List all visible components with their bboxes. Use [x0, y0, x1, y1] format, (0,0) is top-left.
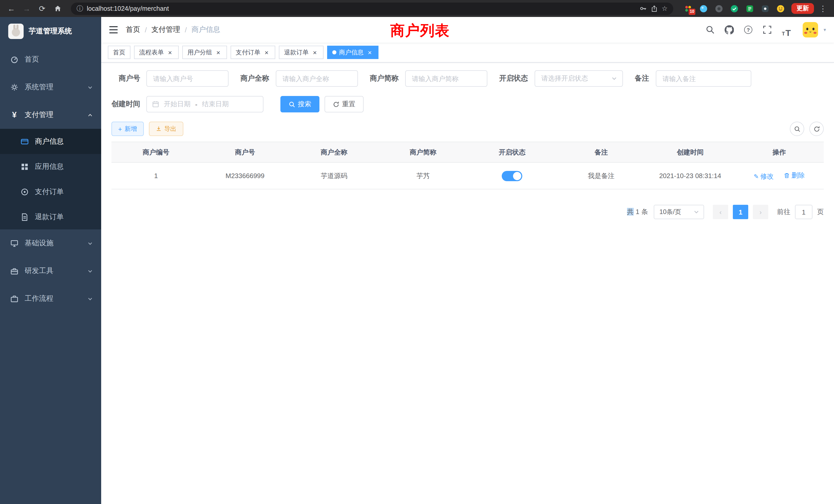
sidebar-item-pay-order[interactable]: 支付订单: [0, 179, 101, 204]
user-avatar[interactable]: [803, 22, 818, 38]
reset-button-label: 重置: [342, 99, 355, 109]
short-name-label: 商户简称: [370, 74, 398, 83]
select-placeholder: 请选择开启状态: [541, 74, 611, 83]
search-icon[interactable]: [703, 22, 718, 38]
github-icon[interactable]: [722, 22, 737, 38]
close-icon[interactable]: ×: [167, 49, 174, 56]
tab-user-group[interactable]: 用户分组 ×: [182, 46, 227, 59]
extension-green-circle-icon[interactable]: [730, 4, 739, 13]
tab-process-form[interactable]: 流程表单 ×: [134, 46, 179, 59]
bookmark-star-icon[interactable]: ☆: [662, 5, 667, 12]
refresh-button[interactable]: [809, 122, 824, 136]
sidebar-item-system[interactable]: 系统管理: [0, 73, 101, 101]
hamburger-icon[interactable]: [101, 17, 126, 43]
gear-icon: [10, 83, 19, 91]
close-icon[interactable]: ×: [263, 49, 270, 56]
extension-book-icon[interactable]: [745, 4, 754, 13]
cell-merchant-no: M233666999: [200, 162, 290, 189]
address-bar[interactable]: ⓘ localhost:1024/pay/merchant ☆: [71, 2, 673, 15]
tab-refund-order[interactable]: 退款订单 ×: [279, 46, 324, 59]
reset-button[interactable]: 重置: [325, 96, 364, 112]
browser-reload-icon[interactable]: ⟳: [36, 2, 48, 15]
tab-bar: 首页 流程表单 × 用户分组 × 支付订单 × 退款订单 ×: [101, 43, 834, 63]
delete-link[interactable]: 删除: [784, 171, 805, 180]
browser-home-icon[interactable]: [51, 2, 64, 15]
extension-face-icon[interactable]: [776, 4, 785, 13]
toggle-search-button[interactable]: [790, 122, 804, 136]
status-toggle[interactable]: [502, 171, 522, 181]
tab-label: 流程表单: [139, 48, 164, 57]
goto-page-input[interactable]: [795, 205, 812, 219]
sidebar-item-devtools[interactable]: 研发工具: [0, 257, 101, 285]
sidebar-item-label: 基础设施: [25, 239, 81, 248]
breadcrumb-payment[interactable]: 支付管理: [152, 25, 180, 35]
share-icon[interactable]: [651, 5, 658, 12]
extension-drop-icon[interactable]: [699, 4, 708, 13]
tab-home[interactable]: 首页: [108, 46, 130, 59]
edit-link[interactable]: ✎ 修改: [754, 172, 774, 181]
sidebar-item-merchant-info[interactable]: 商户信息: [0, 129, 101, 154]
dashboard-icon: [10, 55, 19, 64]
sidebar-item-app-info[interactable]: 应用信息: [0, 154, 101, 179]
page-1-button[interactable]: 1: [733, 205, 748, 219]
full-name-input[interactable]: [276, 70, 358, 87]
browser-forward-icon[interactable]: →: [21, 2, 33, 15]
app-logo[interactable]: 芋道管理系统: [0, 17, 101, 46]
page-size-select[interactable]: 10条/页: [654, 205, 704, 219]
avatar-caret-icon[interactable]: ▼: [823, 27, 827, 32]
sidebar-item-workflow[interactable]: 工作流程: [0, 285, 101, 313]
tab-label: 支付订单: [236, 48, 260, 57]
chrome-menu-icon[interactable]: ⋮: [817, 4, 829, 13]
merchant-no-input[interactable]: [146, 70, 228, 87]
short-name-input[interactable]: [405, 70, 487, 87]
edit-label: 修改: [760, 172, 774, 181]
chevron-down-icon: [87, 268, 93, 274]
password-key-icon[interactable]: [640, 5, 647, 12]
toolbox-icon: [10, 267, 19, 275]
browser-back-icon[interactable]: ←: [5, 2, 18, 15]
cell-id: 1: [111, 162, 200, 189]
url-text[interactable]: localhost:1024/pay/merchant: [87, 5, 169, 12]
column-header-short-name: 商户简称: [378, 142, 467, 162]
chevron-down-icon: [87, 296, 93, 301]
tab-merchant-info[interactable]: 商户信息 ×: [327, 46, 378, 59]
sidebar-item-label: 商户信息: [35, 137, 64, 146]
extension-palette-icon[interactable]: 10: [683, 4, 693, 13]
extension-dark-circle-icon[interactable]: [714, 4, 724, 13]
create-time-label: 创建时间: [111, 99, 140, 109]
extension-pin-icon[interactable]: [761, 4, 770, 13]
tab-pay-order[interactable]: 支付订单 ×: [231, 46, 275, 59]
add-button[interactable]: + 新增: [111, 122, 144, 136]
trash-icon: [784, 172, 790, 178]
help-icon[interactable]: ?: [741, 22, 756, 38]
logo-avatar: [8, 24, 24, 39]
breadcrumb-home[interactable]: 首页: [126, 25, 140, 35]
sidebar-item-refund-order[interactable]: 退款订单: [0, 204, 101, 229]
briefcase-icon: [10, 295, 19, 303]
font-size-icon[interactable]: TT: [778, 22, 794, 38]
site-info-icon[interactable]: ⓘ: [76, 4, 83, 13]
remark-input[interactable]: [656, 70, 751, 87]
edit-icon: ✎: [754, 173, 759, 179]
cell-create-time: 2021-10-23 08:31:14: [646, 162, 735, 189]
sidebar-item-payment[interactable]: ¥ 支付管理: [0, 101, 101, 129]
search-button[interactable]: 搜索: [280, 96, 320, 112]
close-icon[interactable]: ×: [366, 49, 373, 56]
breadcrumb-separator: /: [185, 26, 187, 34]
sidebar-item-home[interactable]: 首页: [0, 46, 101, 73]
fullscreen-icon[interactable]: [760, 22, 775, 38]
prev-page-button[interactable]: ‹: [713, 205, 728, 219]
close-icon[interactable]: ×: [215, 49, 222, 56]
status-select[interactable]: 请选择开启状态: [534, 70, 623, 87]
chrome-update-button[interactable]: 更新: [791, 3, 814, 14]
credit-card-icon: [21, 137, 29, 145]
date-range-picker[interactable]: 开始日期 - 结束日期: [146, 96, 263, 112]
sidebar-item-infrastructure[interactable]: 基础设施: [0, 229, 101, 257]
breadcrumb: 首页 / 支付管理 / 商户信息: [126, 25, 220, 35]
export-button[interactable]: 导出: [149, 122, 183, 136]
export-button-label: 导出: [164, 124, 176, 133]
add-button-label: 新增: [125, 124, 137, 133]
tab-label: 用户分组: [188, 48, 212, 57]
next-page-button[interactable]: ›: [753, 205, 768, 219]
close-icon[interactable]: ×: [311, 49, 319, 56]
